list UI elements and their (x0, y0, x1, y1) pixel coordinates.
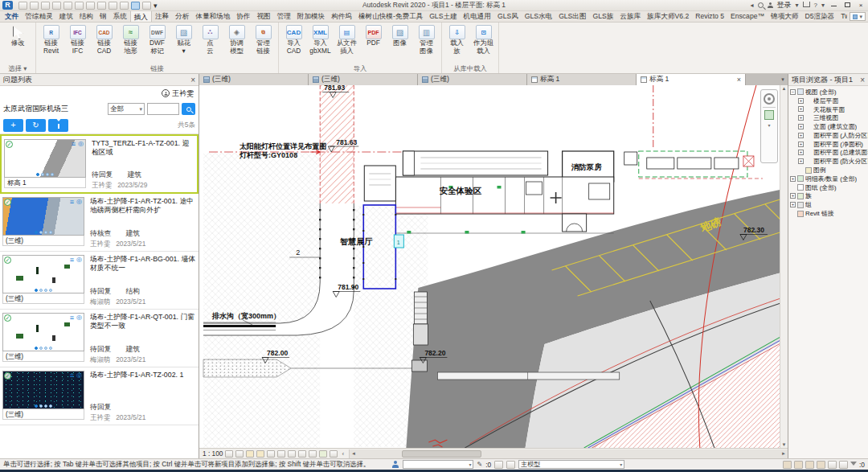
view-tab[interactable]: (三维) (418, 74, 527, 85)
horizontal-scrollbar[interactable]: ◄ ► (349, 449, 788, 458)
issue-search-input[interactable] (147, 103, 179, 115)
view-tab[interactable]: 标高 1 × (637, 74, 746, 85)
tree-expander-icon[interactable]: − (790, 89, 796, 95)
section-icon[interactable] (120, 2, 129, 10)
issue-menu-icon[interactable]: ≡ (70, 314, 74, 321)
ribbon-tab[interactable]: GLS土建 (426, 10, 460, 22)
detail-level-icon[interactable] (225, 450, 233, 458)
tree-expander-icon[interactable]: + (798, 158, 804, 164)
tree-item[interactable]: − 视图 (全部) (790, 88, 868, 96)
login-dropdown-icon[interactable]: ▾ (796, 2, 799, 9)
qat-dropdown-icon[interactable]: ▾ (154, 2, 158, 10)
search-back-icon[interactable]: ◂ (751, 2, 754, 9)
tree-item[interactable]: + 三维视图 (790, 113, 868, 122)
issue-menu-icon[interactable]: ≡ (70, 257, 74, 263)
ribbon-tab[interactable]: Twinmotion (837, 10, 847, 22)
issue-card[interactable]: ✓ ≡ ◎ 标高 1 TYT3_TERZL-F1-A-TZ-001. 迎检区域 … (0, 134, 199, 194)
tree-item[interactable]: 图纸 (全部) (790, 183, 868, 192)
drawing-area[interactable]: 781.93 781.63 781.90 782.00 782.20 (199, 85, 788, 448)
ribbon-button[interactable]: 协调 模型 (223, 23, 250, 55)
sun-path-icon[interactable] (246, 450, 254, 458)
analytical-model-icon[interactable] (319, 450, 327, 458)
worksharing-icon[interactable] (392, 461, 399, 468)
ribbon-tab[interactable]: 构件坞 (328, 10, 355, 22)
ribbon-tab[interactable]: 管理 (274, 10, 294, 22)
shadows-icon[interactable] (256, 450, 264, 458)
modify-button[interactable]: 修改 (2, 23, 34, 47)
crop-view-icon[interactable] (277, 450, 285, 458)
issue-thumbnail[interactable]: ✓ ≡ ◎ (2, 197, 84, 236)
ribbon-button[interactable]: 作为组 载入 (470, 23, 497, 55)
tree-item[interactable]: + 组 (790, 200, 868, 209)
tree-expander-icon[interactable] (798, 167, 804, 173)
ribbon-button[interactable]: 从文件 插入 (334, 23, 360, 55)
worksets-icon[interactable] (494, 461, 503, 469)
reveal-hidden-icon[interactable] (309, 450, 317, 458)
print-icon[interactable] (63, 2, 72, 10)
tree-expander-icon[interactable]: + (790, 176, 796, 182)
site-plan-drawing[interactable]: 781.93 781.63 781.90 782.00 782.20 (199, 85, 788, 448)
ribbon-tab[interactable]: 结构 (76, 10, 96, 22)
ribbon-tab[interactable]: 钢 (96, 10, 110, 22)
ribbon-button[interactable]: 载入 族 (444, 23, 470, 55)
issue-locate-icon[interactable]: ◎ (76, 314, 82, 321)
view-tab[interactable]: (三维) (199, 74, 309, 85)
drag-on-selection-icon[interactable] (828, 461, 837, 469)
editing-requests-icon[interactable]: ✎ (477, 461, 482, 468)
aligned-dimension-icon[interactable] (86, 2, 95, 10)
ribbon-button[interactable]: 链接 IFC (64, 23, 91, 55)
issue-menu-icon[interactable]: ≡ (70, 372, 74, 379)
user-avatar[interactable] (162, 89, 170, 97)
tree-item[interactable]: + 族 (790, 192, 868, 201)
scroll-down-icon[interactable]: ▼ (782, 442, 787, 447)
issue-locate-icon[interactable]: ◎ (78, 141, 84, 147)
ribbon-tab[interactable]: 机电通用 (461, 10, 494, 22)
design-options-icon[interactable] (506, 461, 515, 469)
visual-style-icon[interactable] (235, 450, 244, 458)
ribbon-tab[interactable]: 文件 (2, 10, 22, 22)
open-icon[interactable] (18, 2, 27, 10)
view-tab[interactable]: (三维) (309, 74, 418, 85)
help-dropdown-icon[interactable]: ▾ (821, 2, 825, 9)
tree-expander-icon[interactable]: + (798, 115, 804, 121)
project-browser-close-icon[interactable]: × (860, 76, 865, 84)
help-icon[interactable]: ? (814, 2, 817, 9)
design-option-dropdown[interactable]: 主模型▾ (518, 460, 624, 469)
ribbon-button[interactable]: 导入 gbXML (307, 23, 334, 55)
tree-expander-icon[interactable]: + (798, 106, 804, 112)
issue-locate-icon[interactable]: ◎ (76, 372, 82, 379)
thumbnail-pager[interactable] (5, 173, 85, 176)
undo-icon[interactable] (41, 2, 50, 10)
edit-linked-icon[interactable] (794, 461, 803, 469)
ribbon-tab[interactable]: 系统 (110, 10, 130, 22)
tree-expander-icon[interactable]: + (798, 142, 804, 147)
tree-expander-icon[interactable]: + (798, 124, 804, 129)
default-3d-view-icon[interactable] (108, 2, 117, 10)
issue-filter-dropdown[interactable]: 全部▾ (108, 103, 145, 115)
ribbon-tab[interactable]: GLS水电 (522, 10, 555, 22)
ribbon-tab[interactable]: 插入 (130, 10, 152, 22)
issue-locate-icon[interactable]: ◎ (76, 257, 82, 263)
tree-expander-icon[interactable] (790, 211, 796, 216)
redo-icon[interactable] (52, 2, 61, 10)
add-issue-button[interactable]: + (3, 119, 23, 132)
tree-item[interactable]: + 楼层平面 (790, 96, 868, 105)
issue-card[interactable]: ✓ ≡ ◎ (三维) 场布-土护降-F1-AR-QT-001. 门窗类型不一致 … (0, 310, 199, 367)
ribbon-button[interactable]: 导入 CAD (280, 23, 307, 55)
ribbon-tab[interactable]: GLS族 (590, 10, 617, 22)
scroll-up-icon[interactable]: ▲ (782, 86, 787, 91)
ribbon-button[interactable]: 管理 图像 (413, 23, 440, 55)
thumbnail-pager[interactable] (3, 347, 84, 350)
tree-item[interactable]: + 面积平面 (净面积) (790, 140, 868, 149)
issue-panel-close-icon[interactable]: × (190, 76, 195, 84)
tree-expander-icon[interactable] (790, 185, 796, 191)
login-link[interactable]: 登录 (777, 0, 792, 10)
ribbon-tab[interactable]: 云族库 (616, 10, 644, 22)
close-button[interactable]: × (856, 2, 866, 10)
select-underlay-icon[interactable] (817, 461, 825, 469)
select-group-label[interactable]: 选择 ▾ (2, 64, 34, 73)
view-tab-close-icon[interactable]: × (737, 76, 741, 84)
ribbon-button[interactable]: 管理 链接 (250, 23, 276, 55)
ribbon-tab[interactable]: 注释 (152, 10, 172, 22)
tree-item[interactable]: + 立面 (建筑立面) (790, 122, 868, 131)
